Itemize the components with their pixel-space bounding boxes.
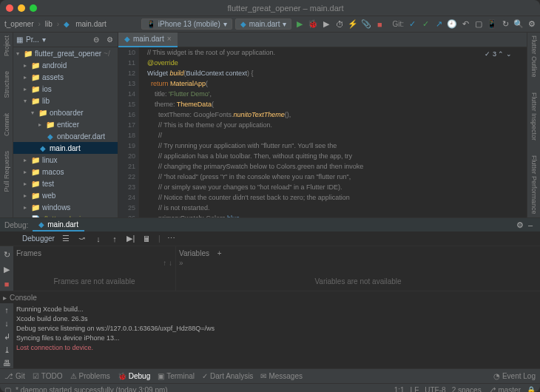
- cursor-position[interactable]: 1:1: [394, 386, 405, 392]
- git-commit-button[interactable]: ✓: [420, 19, 431, 30]
- tree-row[interactable]: ▸📁test: [13, 178, 118, 189]
- settings-button[interactable]: ⚙: [527, 19, 537, 30]
- problems-tab[interactable]: ⚠ Problems: [70, 372, 110, 380]
- more-icon[interactable]: ⋯: [166, 234, 177, 244]
- breadcrumb[interactable]: main.dart: [74, 20, 108, 28]
- git-history-button[interactable]: 🕘: [447, 19, 457, 30]
- indent[interactable]: 2 spaces: [452, 386, 482, 392]
- project-tool[interactable]: Project: [3, 36, 10, 56]
- flutter-performance-tool[interactable]: Flutter Performance: [530, 155, 538, 214]
- git-label: Git:: [392, 20, 404, 28]
- device-selector[interactable]: 📱 iPhone 13 (mobile) ▾: [141, 18, 232, 30]
- dart-icon: ◆: [124, 35, 130, 43]
- flutter-outline-tool[interactable]: Flutter Outline: [530, 36, 538, 78]
- attach-button[interactable]: 📎: [361, 19, 371, 30]
- soft-wrap-icon[interactable]: ↲: [1, 331, 12, 342]
- step-out-icon[interactable]: ↑: [109, 234, 120, 244]
- rerun-icon[interactable]: ↻: [1, 249, 12, 260]
- chevron-down-icon[interactable]: ▾: [42, 36, 46, 44]
- event-log[interactable]: ◔ Event Log: [493, 372, 536, 380]
- minimize-icon[interactable]: –: [525, 220, 536, 230]
- tree-row[interactable]: ▾📁lib: [13, 95, 118, 107]
- hot-reload-button[interactable]: ⚡: [348, 19, 358, 30]
- stop-button[interactable]: ■: [374, 19, 385, 30]
- git-rollback-button[interactable]: ↶: [460, 19, 470, 30]
- console-output[interactable]: Running Xcode build...Xcode build done. …: [13, 303, 540, 368]
- flutter-inspector-tool[interactable]: Flutter Inspector: [530, 92, 538, 141]
- dart-analysis-tab[interactable]: ✓ Dart Analysis: [202, 372, 253, 380]
- tree-row[interactable]: 📄.flutter-plugins: [13, 213, 118, 217]
- tree-row[interactable]: ▸📁ios: [13, 83, 118, 95]
- debug-tab[interactable]: ◆ main.dart: [33, 218, 84, 232]
- code-lines[interactable]: // This widget is the root of your appli…: [139, 47, 527, 217]
- step-over-icon[interactable]: ⤻: [77, 234, 87, 244]
- profile-button[interactable]: ⏱: [334, 19, 345, 30]
- step-into-icon[interactable]: ↓: [93, 234, 104, 244]
- tree-row[interactable]: ▸📁windows: [13, 201, 118, 213]
- devtools-button[interactable]: ▢: [473, 19, 484, 30]
- evaluate-icon[interactable]: 🖩: [142, 234, 152, 244]
- minimize-window[interactable]: [18, 4, 25, 12]
- breadcrumb[interactable]: lib: [44, 20, 54, 28]
- tree-row[interactable]: ▸📁assets: [13, 71, 118, 83]
- debugger-tab[interactable]: Debugger: [22, 234, 55, 243]
- settings-icon[interactable]: ⚙: [104, 35, 115, 45]
- resume-icon[interactable]: ▶: [1, 264, 12, 274]
- threads-icon[interactable]: ☰: [61, 234, 71, 244]
- git-push-button[interactable]: ↗: [433, 19, 444, 30]
- run-config-selector[interactable]: ◆ main.dart ▾: [235, 18, 292, 30]
- encoding[interactable]: UTF-8: [425, 386, 445, 392]
- settings-icon[interactable]: ⚙: [515, 220, 525, 230]
- tree-row[interactable]: ▸📁enticer: [13, 118, 118, 130]
- tree-row[interactable]: ▸📁macos: [13, 166, 118, 178]
- close-icon[interactable]: ×: [167, 35, 172, 43]
- structure-tool[interactable]: Structure: [3, 71, 10, 98]
- close-window[interactable]: [6, 4, 13, 12]
- print-icon[interactable]: 🖶: [1, 358, 12, 368]
- up-icon[interactable]: ↑: [1, 305, 12, 315]
- tree-row[interactable]: ◆main.dart: [13, 142, 118, 154]
- run-button[interactable]: ▶: [294, 19, 305, 30]
- breadcrumb[interactable]: t_opener: [3, 20, 35, 28]
- scroll-end-icon[interactable]: ⤓: [1, 345, 12, 355]
- editor-tab[interactable]: ◆ main.dart ×: [118, 33, 178, 47]
- debug-tab[interactable]: 🐞 Debug: [118, 372, 150, 380]
- stop-icon[interactable]: ■: [1, 279, 12, 289]
- terminal-tab[interactable]: ▣ Terminal: [158, 372, 195, 380]
- down-icon[interactable]: ↓: [1, 318, 12, 328]
- lock-icon[interactable]: 🔒: [527, 386, 536, 392]
- console-label[interactable]: Console: [10, 294, 37, 302]
- search-button[interactable]: 🔍: [513, 19, 524, 30]
- coverage-button[interactable]: ▶: [321, 19, 331, 30]
- reload-button[interactable]: ↻: [500, 19, 510, 30]
- inspection-badge[interactable]: ✓ 3 ⌃ ⌄: [485, 49, 512, 59]
- tool-windows-icon[interactable]: ▢: [4, 386, 11, 392]
- tree-row[interactable]: ▸📁linux: [13, 154, 118, 166]
- maximize-window[interactable]: [30, 4, 37, 12]
- git-tab[interactable]: ⎇ Git: [4, 372, 25, 380]
- tree-row[interactable]: ◆onboarder.dart: [13, 130, 118, 142]
- tree-row[interactable]: ▾📁onboarder: [13, 107, 118, 118]
- left-tool-rail: Project Structure Commit Pull Requests: [0, 33, 13, 217]
- git-branch[interactable]: ⎇ master: [487, 386, 521, 392]
- git-update-button[interactable]: ✓: [407, 19, 417, 30]
- variables-panel: Variables + » Variables are not availabl…: [176, 246, 540, 291]
- project-tree[interactable]: ▾📁flutter_great_opener~/▸📁android▸📁asset…: [13, 47, 118, 217]
- messages-tab[interactable]: ✉ Messages: [260, 372, 303, 380]
- code-area[interactable]: 1011121314151617181920212223242526 // Th…: [118, 47, 527, 217]
- expand-icon[interactable]: ▸: [3, 294, 7, 302]
- sidebar-header: ▦ Pr... ▾ ⊖ ⚙: [13, 33, 118, 47]
- line-separator[interactable]: LF: [411, 386, 419, 392]
- run-to-cursor-icon[interactable]: ▶|: [126, 234, 136, 244]
- add-icon[interactable]: +: [217, 249, 222, 257]
- pull-requests-tool[interactable]: Pull Requests: [3, 151, 10, 192]
- flutter-inspector-button[interactable]: 📱: [487, 19, 497, 30]
- debug-button[interactable]: 🐞: [308, 19, 318, 30]
- frames-panel: Frames ↑ ↓ Frames are not available: [13, 246, 176, 291]
- todo-tab[interactable]: ☑ TODO: [33, 372, 63, 380]
- commit-tool[interactable]: Commit: [3, 113, 10, 136]
- tree-row[interactable]: ▾📁flutter_great_opener~/: [13, 47, 118, 59]
- collapse-icon[interactable]: ⊖: [91, 35, 101, 45]
- tree-row[interactable]: ▸📁android: [13, 59, 118, 71]
- tree-row[interactable]: ▸📁web: [13, 189, 118, 201]
